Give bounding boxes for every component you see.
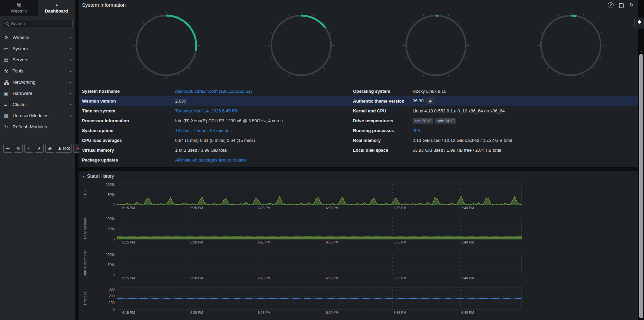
x-tick-label: 6:25 PM bbox=[258, 206, 270, 210]
help-icon[interactable]: ? bbox=[608, 2, 614, 8]
table-row: Processor informationIntel(R) Xeon(R) CP… bbox=[79, 116, 638, 126]
theme-config-button[interactable]: ⚙ bbox=[14, 144, 23, 153]
gauge-local-disk-space bbox=[503, 12, 638, 83]
gauge-virtual-memory bbox=[369, 12, 503, 83]
x-tick-label: 6:40 PM bbox=[461, 276, 474, 280]
table-row: Package updatesAll installed packages ar… bbox=[79, 155, 638, 165]
stats-history-panel: ▾ Stats History CPU100%50%0 6:15 PM6:20 … bbox=[79, 171, 638, 320]
info-label: Real memory bbox=[353, 138, 413, 143]
info-label: Operating system bbox=[353, 89, 413, 94]
collapse-triangle-icon: ▾ bbox=[83, 174, 84, 178]
info-value[interactable]: All installed packages are up to date bbox=[175, 157, 353, 163]
x-tick-label: 6:25 PM bbox=[258, 311, 270, 315]
star-icon: ★ bbox=[38, 146, 41, 151]
info-link[interactable]: All installed packages are up to date bbox=[175, 157, 246, 163]
sidebar-item-cluster[interactable]: ≡Cluster◂ bbox=[0, 99, 75, 110]
collapse-sidebar-button[interactable]: ⇤ bbox=[3, 144, 12, 153]
info-link[interactable]: 203 bbox=[413, 128, 420, 133]
refresh-icon[interactable]: ↻ bbox=[629, 2, 633, 8]
theme-palette-badge-button[interactable]: ◉ bbox=[427, 98, 435, 104]
tab-webmin[interactable]: ⌘ Webmin bbox=[0, 0, 38, 16]
dashboard-icon: ◔ bbox=[55, 3, 58, 8]
info-label: Virtual memory bbox=[82, 148, 175, 153]
main-content: System Information ? ↻ bbox=[79, 0, 638, 320]
gear-icon: ⚙ bbox=[4, 35, 13, 40]
x-tick-label: 6:15 PM bbox=[122, 240, 135, 244]
scrollbar-up-arrow-icon[interactable]: ▴ bbox=[638, 49, 644, 53]
sidebar-item-label: System bbox=[13, 46, 28, 51]
x-tick-label: 6:30 PM bbox=[326, 206, 338, 210]
search-input[interactable] bbox=[11, 21, 70, 26]
info-value[interactable]: Tuesday, April 14, 2026 6:45 PM bbox=[175, 108, 353, 113]
sidebar-item-networking[interactable]: Networking◂ bbox=[0, 77, 75, 88]
x-tick-label: 6:35 PM bbox=[394, 240, 406, 244]
x-tick-label: 6:20 PM bbox=[190, 240, 203, 244]
user-icon: ♟ bbox=[58, 146, 62, 151]
x-tick-label: 6:15 PM bbox=[122, 206, 135, 210]
tab-webmin-label: Webmin bbox=[11, 8, 27, 14]
notifications-bell-button[interactable] bbox=[635, 17, 644, 29]
sidebar-item-tools[interactable]: ⚒Tools◂ bbox=[0, 65, 75, 77]
info-link[interactable]: 13 days, 7 hours, 54 minutes bbox=[175, 128, 232, 133]
info-value[interactable]: qec-0238.cafe24.com (183.110.225.61) bbox=[175, 89, 353, 94]
sidebar-item-label: Tools bbox=[13, 68, 23, 73]
bell-icon bbox=[637, 20, 642, 26]
y-tick-label: 100% bbox=[92, 183, 115, 187]
drive-temp-badge: sdb: 24 °C bbox=[435, 118, 456, 124]
gauge-dial bbox=[537, 12, 605, 79]
stats-history-title: Stats History bbox=[87, 173, 114, 179]
scrollbar-thumb[interactable] bbox=[639, 54, 643, 318]
sidebar-item-refresh-modules[interactable]: ↻Refresh Modules bbox=[0, 121, 75, 132]
gauge-real-memory bbox=[234, 12, 369, 83]
username-label: root bbox=[63, 146, 70, 151]
info-label: Processor information bbox=[82, 118, 175, 123]
y-tick-label: 50% bbox=[92, 193, 115, 197]
sidebar-item-label: Refresh Modules bbox=[13, 124, 47, 129]
chart-process: Process3002001000 6:15 PM6:20 PM6:25 PM6… bbox=[79, 287, 638, 320]
y-tick-label: 50% bbox=[92, 263, 115, 267]
clipboard-icon[interactable] bbox=[619, 2, 624, 8]
chevron-left-icon: ◂ bbox=[69, 47, 71, 50]
sidebar-item-webmin[interactable]: ⚙Webmin◂ bbox=[0, 32, 75, 43]
info-link[interactable]: qec-0238.cafe24.com (183.110.225.61) bbox=[175, 89, 252, 94]
y-tick-label: 100 bbox=[92, 301, 115, 305]
chart-plot-area bbox=[117, 287, 522, 310]
gauge-cpu bbox=[99, 12, 234, 83]
x-tick-label: 6:20 PM bbox=[190, 206, 203, 210]
sidebar-item-hardware[interactable]: ▣Hardware◂ bbox=[0, 88, 75, 99]
x-tick-label: 6:25 PM bbox=[258, 276, 270, 280]
y-tick-label: 100% bbox=[92, 253, 115, 257]
palette-button[interactable]: ◉ bbox=[45, 144, 54, 153]
sidebar-item-system[interactable]: ▭System◂ bbox=[0, 43, 75, 54]
y-tick-label: 100% bbox=[92, 217, 115, 221]
info-label: Drive temperatures bbox=[353, 118, 413, 123]
sidebar-item-un-used-modules[interactable]: ▦Un-used Modules◂ bbox=[0, 110, 75, 121]
info-label: Package updates bbox=[82, 157, 175, 163]
y-tick-label: 0 bbox=[92, 273, 115, 277]
chart-x-axis: 6:15 PM6:20 PM6:25 PM6:30 PM6:35 PM6:40 … bbox=[117, 311, 522, 316]
search-box bbox=[3, 20, 72, 27]
sidebar: ⌘ Webmin ◔ Dashboard ⚙Webmin◂▭System◂▤Se… bbox=[0, 0, 75, 320]
user-button[interactable]: ♟root bbox=[56, 144, 72, 153]
cluster-icon: ≡ bbox=[4, 102, 13, 107]
chart-y-axis-label: Virtual Memory bbox=[79, 253, 91, 275]
system-icon: ▭ bbox=[4, 46, 13, 51]
sidebar-item-servers[interactable]: ▤Servers◂ bbox=[0, 54, 75, 65]
info-value[interactable]: 13 days, 7 hours, 54 minutes bbox=[175, 128, 353, 133]
stats-history-header[interactable]: ▾ Stats History bbox=[83, 173, 114, 179]
page-scrollbar: ▴ bbox=[638, 0, 644, 320]
chart-plot-area bbox=[117, 217, 522, 239]
table-row: Webmin version2.630Authentic theme versi… bbox=[79, 96, 638, 106]
info-label: CPU load averages bbox=[82, 138, 175, 143]
chart-cpu: CPU100%50%0 6:15 PM6:20 PM6:25 PM6:30 PM… bbox=[79, 183, 638, 216]
info-value[interactable]: 203 bbox=[413, 128, 638, 133]
x-tick-label: 6:40 PM bbox=[461, 311, 474, 315]
sidebar-item-label: Un-used Modules bbox=[13, 113, 48, 118]
sidebar-item-label: Cluster bbox=[13, 102, 27, 107]
sidebar-item-label: Hardware bbox=[13, 91, 33, 96]
info-link[interactable]: Tuesday, April 14, 2026 6:45 PM bbox=[175, 108, 238, 113]
tab-dashboard[interactable]: ◔ Dashboard bbox=[38, 0, 75, 16]
terminal-button[interactable]: >_ bbox=[24, 144, 33, 153]
favorites-button[interactable]: ★ bbox=[35, 144, 44, 153]
info-value: 2.630 bbox=[175, 99, 353, 104]
